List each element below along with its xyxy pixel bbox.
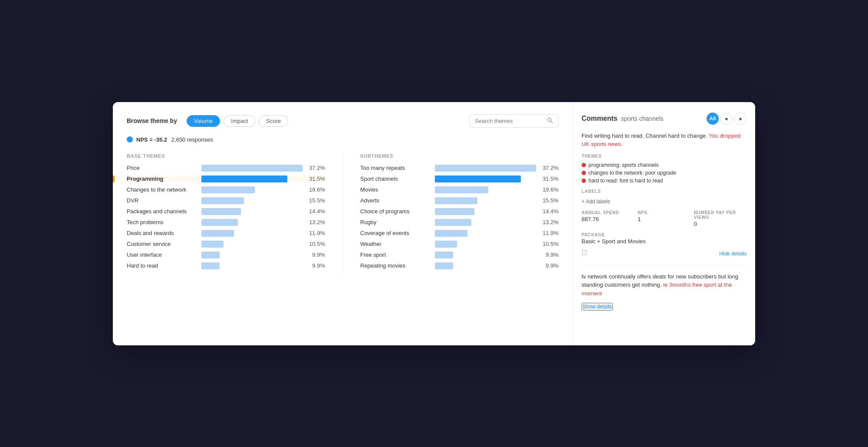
bar-container (435, 208, 536, 215)
theme-label: User interface (127, 252, 196, 258)
browse-label: Browse theme by (127, 117, 177, 124)
theme-pct: 11.9% (308, 230, 325, 236)
theme-pct: 10.5% (541, 241, 559, 247)
bar-container (201, 219, 302, 226)
search-input[interactable] (475, 118, 544, 124)
comment-card-2: tv network continually offers deals for … (582, 272, 746, 315)
table-row[interactable]: Repeating movies 9.9% (360, 262, 559, 269)
theme-dot-icon (582, 171, 586, 175)
bar-container (201, 186, 302, 193)
theme-label: Free sport (360, 252, 430, 258)
bar-fill (435, 230, 467, 237)
bar-fill (435, 165, 536, 172)
bar-container (201, 262, 302, 269)
theme-pct: 14.4% (541, 208, 559, 215)
bar-fill (435, 186, 488, 193)
table-row[interactable]: User interface 9.9% (127, 252, 325, 258)
bar-container (201, 241, 302, 248)
theme-pct: 9.9% (308, 262, 325, 269)
bar-container (435, 186, 536, 193)
bar-fill (435, 219, 471, 226)
table-row[interactable]: Weather 10.5% (360, 241, 559, 248)
bar-fill-highlighted (201, 175, 287, 182)
theme-pct: 37.2% (308, 165, 325, 171)
bar-fill (201, 165, 302, 172)
bar-container (435, 219, 536, 226)
nps-row: NPS = -35.2 2,650 responses (127, 136, 559, 143)
table-row[interactable]: Coverage of events 11.9% (360, 230, 559, 237)
show-details-button[interactable]: Show details (582, 303, 613, 311)
bar-fill (201, 241, 224, 248)
table-row[interactable]: Customer service 10.5% (127, 241, 325, 248)
volume-button[interactable]: Volume (187, 115, 220, 127)
list-item: changes to the network: poor upgrade (582, 170, 746, 176)
theme-label: Rugby (360, 219, 430, 225)
table-row[interactable]: Packages and channels 14.4% (127, 208, 325, 215)
bar-container (435, 230, 536, 237)
flag-icon[interactable] (582, 250, 588, 258)
table-row[interactable]: Programming 31.5% (127, 175, 325, 182)
theme-pct: 13.2% (308, 219, 325, 225)
bar-container (201, 252, 302, 258)
table-row[interactable]: DVR 15.5% (127, 197, 325, 204)
table-row[interactable]: Tech problems 13.2% (127, 219, 325, 226)
table-row[interactable]: Movies 19.6% (360, 186, 559, 193)
themes-section-label: THEMES (582, 154, 746, 159)
hide-details-button[interactable]: Hide details (719, 251, 746, 257)
theme-label: Coverage of events (360, 230, 430, 236)
comments-subtitle: sports channels (621, 115, 664, 122)
table-row[interactable]: Free sport 9.9% (360, 252, 559, 258)
theme-pct: 9.9% (308, 252, 325, 258)
negative-sentiment-icon: ● (725, 115, 728, 122)
browse-header: Browse theme by Volume Impact Score (127, 114, 559, 128)
table-row[interactable]: Rugby 13.2% (360, 219, 559, 226)
comment-text-before: Find writing hard to read. Channel hard … (582, 132, 709, 139)
impact-button[interactable]: Impact (224, 115, 255, 127)
bar-container (201, 197, 302, 204)
theme-pct: 31.5% (541, 175, 559, 182)
table-row[interactable]: Deals and rewards 11.9% (127, 230, 325, 237)
table-row[interactable]: Adverts 15.5% (360, 197, 559, 204)
score-button[interactable]: Score (259, 115, 288, 127)
table-row[interactable]: Sport channels 31.5% (360, 175, 559, 182)
filter-neutral-button[interactable]: ● (734, 113, 746, 125)
theme-pct: 11.9% (541, 230, 559, 236)
labels-section-label: LABELS (582, 189, 746, 194)
table-row[interactable]: Hard to read 9.9% (127, 262, 325, 269)
package-label: PACKAGE (582, 232, 746, 237)
filter-negative-button[interactable]: ● (720, 113, 733, 125)
subthemes-header: SUBTHEMES (360, 153, 559, 159)
table-row[interactable]: Changes to the network 19.6% (127, 186, 325, 193)
bar-fill (201, 262, 220, 269)
table-row[interactable]: Too many repeats 37.2% (360, 165, 559, 172)
theme-label: Adverts (360, 197, 430, 204)
bar-fill (201, 197, 244, 204)
theme-pct: 37.2% (541, 165, 559, 171)
search-icon (547, 117, 553, 125)
theme-label: Tech problems (127, 219, 196, 225)
left-panel: Browse theme by Volume Impact Score (113, 102, 573, 345)
search-box (469, 114, 559, 128)
theme-pct: 19.6% (541, 186, 559, 193)
bar-fill (435, 252, 453, 258)
filter-all-button[interactable]: All (707, 113, 719, 125)
bar-fill (201, 219, 238, 226)
comments-title: Comments (582, 115, 618, 123)
package-section: PACKAGE Basic + Sport and Movies (582, 232, 746, 245)
app-container: Browse theme by Volume Impact Score (113, 102, 755, 345)
add-label-button[interactable]: + Add labels (582, 199, 610, 205)
comments-header: Comments sports channels All ● ● (582, 113, 746, 125)
right-panel: Comments sports channels All ● ● Find wr… (573, 102, 755, 345)
theme-pct: 9.9% (541, 262, 559, 269)
theme-label: Movies (360, 186, 430, 193)
theme-tag-label: hard to read: font is hard to read (589, 178, 663, 184)
selected-indicator (113, 175, 115, 182)
theme-label: Price (127, 165, 196, 171)
table-row[interactable]: Choice of programs 14.4% (360, 208, 559, 215)
theme-label: Repeating movies (360, 262, 430, 269)
subthemes-col: SUBTHEMES Too many repeats 37.2% Sport c… (343, 153, 559, 273)
theme-pct: 15.5% (308, 197, 325, 204)
theme-dot-icon (582, 163, 586, 167)
table-row[interactable]: Price 37.2% (127, 165, 325, 172)
theme-label: Too many repeats (360, 165, 430, 171)
